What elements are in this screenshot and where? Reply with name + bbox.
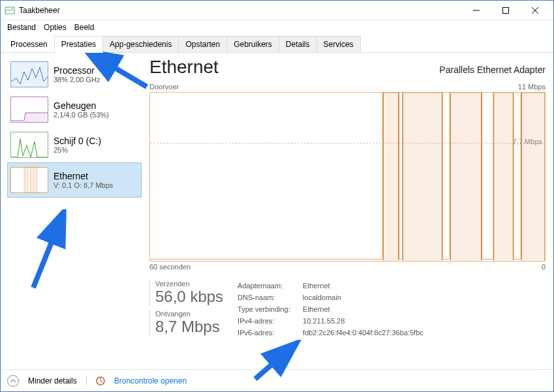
v-dns: localdomain bbox=[303, 292, 341, 303]
sidebar-item-mem[interactable]: Geheugen 2,1/4,0 GB (53%) bbox=[7, 92, 142, 127]
k-ipv4: IPv4-adres: bbox=[238, 315, 303, 327]
broncontrole-link[interactable]: Broncontrole openen bbox=[114, 376, 187, 385]
tab-services[interactable]: Services bbox=[316, 36, 361, 53]
svg-line-10 bbox=[100, 381, 103, 382]
tab-processen[interactable]: Processen bbox=[3, 36, 55, 53]
less-details-link[interactable]: Minder details bbox=[28, 376, 77, 385]
eth-sub: V: 0,1 O: 8,7 Mbps bbox=[54, 181, 113, 189]
chart-top-right-label: 11 Mbps bbox=[518, 83, 546, 91]
minimize-button[interactable] bbox=[461, 1, 491, 20]
send-value: 56,0 kbps bbox=[155, 288, 223, 306]
close-button[interactable] bbox=[520, 1, 549, 20]
sidebar: Processor 38% 2,00 GHz Geheugen 2,1/4,0 … bbox=[1, 53, 142, 369]
eth-title: Ethernet bbox=[54, 171, 113, 181]
k-ipv6: IPv6-adres: bbox=[238, 327, 303, 339]
disk-thumb bbox=[10, 132, 48, 158]
chart-bottom-right-label: 0 bbox=[542, 263, 546, 271]
v-ipv6: fdb2:2c26:f4e4:0:404f:8c27:36ba:5fbc bbox=[303, 327, 423, 339]
tab-appgeschiedenis[interactable]: App-geschiedenis bbox=[102, 36, 179, 53]
content: Processor 38% 2,00 GHz Geheugen 2,1/4,0 … bbox=[1, 53, 553, 369]
v-type: Ethernet bbox=[303, 303, 330, 315]
menu-file[interactable]: Bestand bbox=[5, 22, 38, 33]
svg-rect-2 bbox=[502, 7, 508, 13]
resmon-icon bbox=[96, 376, 105, 385]
send-label: Verzenden bbox=[155, 280, 223, 288]
cpu-title: Processor bbox=[54, 65, 100, 76]
tab-strip: Processen Prestaties App-geschiedenis Op… bbox=[1, 35, 553, 53]
disk-title: Schijf 0 (C:) bbox=[54, 136, 101, 146]
details-table: Adapternaam:Ethernet DNS-naam:localdomai… bbox=[238, 280, 423, 339]
tab-opstarten[interactable]: Opstarten bbox=[178, 36, 227, 53]
menu-view[interactable]: Beeld bbox=[72, 22, 97, 33]
menubar: Bestand Opties Beeld bbox=[1, 20, 553, 35]
window-title: Taakbeheer bbox=[19, 6, 461, 15]
maximize-button[interactable] bbox=[491, 1, 520, 20]
svg-rect-6 bbox=[24, 168, 28, 193]
svg-marker-5 bbox=[24, 113, 48, 123]
svg-rect-7 bbox=[31, 168, 37, 193]
sidebar-item-disk[interactable]: Schijf 0 (C:) 25% bbox=[7, 127, 142, 162]
footer: Minder details Broncontrole openen bbox=[1, 369, 553, 391]
footer-separator bbox=[86, 376, 87, 386]
mem-title: Geheugen bbox=[54, 100, 109, 111]
mem-thumb bbox=[10, 97, 48, 123]
v-adapter: Ethernet bbox=[303, 280, 330, 292]
titlebar: Taakbeheer bbox=[1, 1, 553, 20]
recv-label: Ontvangen bbox=[155, 310, 223, 318]
chart-top-left-label: Doorvoer bbox=[149, 83, 179, 91]
main-panel: Ethernet Parallels Ethernet Adapter Door… bbox=[142, 53, 553, 369]
taskmanager-icon bbox=[5, 5, 15, 16]
menu-options[interactable]: Opties bbox=[41, 22, 69, 33]
sidebar-item-cpu[interactable]: Processor 38% 2,00 GHz bbox=[7, 57, 142, 92]
recv-value: 8,7 Mbps bbox=[155, 318, 223, 336]
cpu-sub: 38% 2,00 GHz bbox=[54, 76, 100, 83]
k-adapter: Adapternaam: bbox=[238, 280, 303, 292]
v-ipv4: 10.211.55.28 bbox=[303, 315, 345, 327]
adapter-name: Parallels Ethernet Adapter bbox=[439, 65, 546, 75]
tab-details[interactable]: Details bbox=[279, 36, 317, 53]
collapse-icon[interactable] bbox=[7, 375, 19, 387]
tab-prestaties[interactable]: Prestaties bbox=[54, 36, 103, 53]
mem-sub: 2,1/4,0 GB (53%) bbox=[54, 111, 109, 119]
disk-sub: 25% bbox=[54, 146, 101, 154]
cpu-thumb bbox=[10, 61, 48, 87]
k-type: Type verbinding: bbox=[238, 303, 303, 315]
page-title: Ethernet bbox=[149, 57, 219, 78]
throughput-chart: 7,7 Mbps bbox=[149, 92, 546, 262]
sidebar-item-ethernet[interactable]: Ethernet V: 0,1 O: 8,7 Mbps bbox=[7, 162, 142, 198]
eth-thumb bbox=[10, 167, 48, 193]
chart-bottom-left-label: 60 seconden bbox=[149, 263, 191, 271]
k-dns: DNS-naam: bbox=[238, 292, 303, 303]
tab-gebruikers[interactable]: Gebruikers bbox=[226, 36, 279, 53]
